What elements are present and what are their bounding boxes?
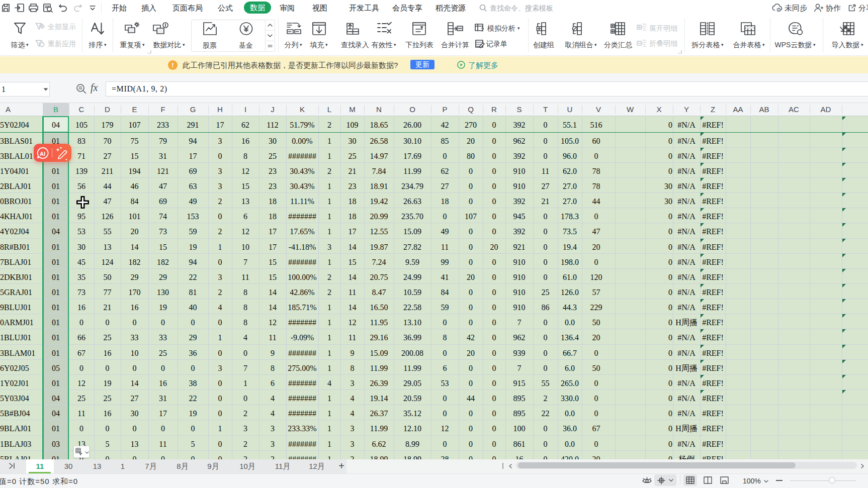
svg-text:?: ? — [481, 27, 484, 33]
svg-text:AI: AI — [40, 151, 45, 157]
